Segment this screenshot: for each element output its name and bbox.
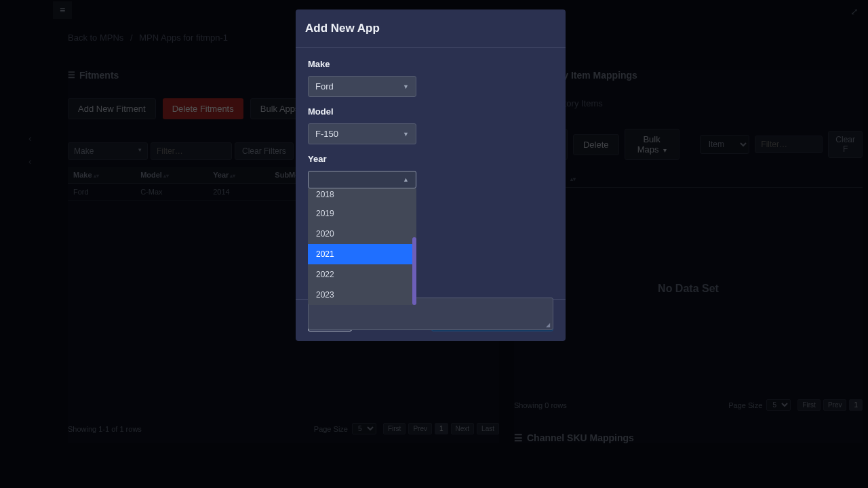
make-select[interactable]: Ford ▼ xyxy=(308,76,416,97)
year-option-2023[interactable]: 2023 xyxy=(308,285,416,305)
year-label: Year xyxy=(308,154,553,164)
modal-title: Add New App xyxy=(305,22,556,35)
caret-down-icon: ▼ xyxy=(403,83,409,90)
model-label: Model xyxy=(308,106,553,117)
caret-down-icon: ▼ xyxy=(403,131,409,138)
make-value: Ford xyxy=(315,81,334,92)
scrollbar-thumb[interactable] xyxy=(412,237,416,305)
year-option-2018[interactable]: 2018 xyxy=(308,188,416,203)
caret-up-icon: ▲ xyxy=(403,176,409,183)
year-option-2021[interactable]: 2021 xyxy=(308,244,416,264)
year-option-2020[interactable]: 2020 xyxy=(308,224,416,244)
year-option-2022[interactable]: 2022 xyxy=(308,264,416,285)
model-value: F-150 xyxy=(315,129,338,139)
year-option-2019[interactable]: 2019 xyxy=(308,203,416,224)
year-select[interactable]: ▲ xyxy=(308,171,416,188)
year-dropdown: 2018 2019 2020 2021 2022 2023 xyxy=(308,188,416,305)
make-label: Make xyxy=(308,59,553,69)
add-new-app-modal: Add New App Make Ford ▼ Model F-150 ▼ Ye… xyxy=(296,9,566,341)
model-select[interactable]: F-150 ▼ xyxy=(308,123,416,144)
resize-handle-icon: ◢ xyxy=(546,323,551,328)
